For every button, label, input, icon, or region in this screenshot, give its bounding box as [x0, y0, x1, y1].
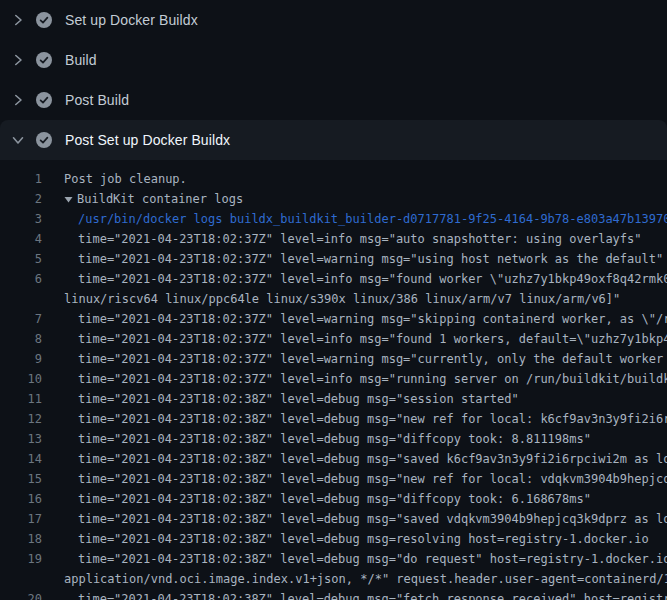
log-line: 15time="2021-04-23T18:02:38Z" level=debu… [0, 469, 667, 489]
step-header-build[interactable]: Build [0, 40, 667, 80]
line-number[interactable]: 14 [0, 449, 42, 469]
log-line: 11time="2021-04-23T18:02:38Z" level=debu… [0, 389, 667, 409]
log-text: time="2021-04-23T18:02:38Z" level=debug … [42, 449, 667, 469]
line-number[interactable]: 12 [0, 409, 42, 429]
line-number[interactable]: 9 [0, 349, 42, 369]
line-number[interactable]: 13 [0, 429, 42, 449]
log-line: linux/riscv64 linux/ppc64le linux/s390x … [0, 289, 667, 309]
step-header-post-set-up-docker-buildx[interactable]: Post Set up Docker Buildx [0, 120, 667, 160]
line-number[interactable]: 20 [0, 589, 42, 600]
line-number[interactable]: 11 [0, 389, 42, 409]
log-text: time="2021-04-23T18:02:37Z" level=info m… [42, 329, 667, 349]
step-name: Post Build [65, 92, 129, 108]
log-text: time="2021-04-23T18:02:37Z" level=warnin… [42, 309, 667, 329]
log-line: 1Post job cleanup. [0, 169, 667, 189]
chevron-right-icon[interactable] [10, 92, 26, 108]
log-group-line[interactable]: 2BuildKit container logs [0, 189, 667, 209]
log-text: time="2021-04-23T18:02:38Z" level=debug … [42, 589, 667, 600]
line-number[interactable]: 3 [0, 209, 42, 229]
line-number[interactable]: 15 [0, 469, 42, 489]
log-line: application/vnd.oci.image.index.v1+json,… [0, 569, 667, 589]
line-number[interactable]: 8 [0, 329, 42, 349]
log-line: 14time="2021-04-23T18:02:38Z" level=debu… [0, 449, 667, 469]
log-text: time="2021-04-23T18:02:38Z" level=debug … [42, 389, 519, 409]
log-text: time="2021-04-23T18:02:37Z" level=info m… [42, 369, 667, 389]
line-number[interactable]: 10 [0, 369, 42, 389]
log-text: time="2021-04-23T18:02:37Z" level=info m… [42, 269, 667, 289]
line-number[interactable]: 2 [0, 189, 42, 209]
step-name: Set up Docker Buildx [65, 12, 198, 28]
actions-log-viewer: { "colors": { "background": "#0d1117", "… [0, 0, 667, 600]
log-line: 7time="2021-04-23T18:02:37Z" level=warni… [0, 309, 667, 329]
step-header-post-build[interactable]: Post Build [0, 80, 667, 120]
check-circle-icon [36, 92, 52, 108]
line-number[interactable]: 17 [0, 509, 42, 529]
log-text: time="2021-04-23T18:02:37Z" level=warnin… [42, 349, 667, 369]
line-number [0, 569, 42, 589]
log-line: 12time="2021-04-23T18:02:38Z" level=debu… [0, 409, 667, 429]
log-text: time="2021-04-23T18:02:38Z" level=debug … [42, 429, 591, 449]
line-number[interactable]: 6 [0, 269, 42, 289]
log-text: linux/riscv64 linux/ppc64le linux/s390x … [42, 289, 620, 309]
log-line: 19time="2021-04-23T18:02:38Z" level=debu… [0, 549, 667, 569]
log-text: time="2021-04-23T18:02:38Z" level=debug … [42, 489, 591, 509]
line-number[interactable]: 19 [0, 549, 42, 569]
log-line: 13time="2021-04-23T18:02:38Z" level=debu… [0, 429, 667, 449]
log-line: 3/usr/bin/docker logs buildx_buildkit_bu… [0, 209, 667, 229]
log-text: time="2021-04-23T18:02:38Z" level=debug … [42, 509, 667, 529]
line-number[interactable]: 16 [0, 489, 42, 509]
log-text: time="2021-04-23T18:02:38Z" level=debug … [42, 469, 667, 489]
steps-list: Set up Docker BuildxBuildPost BuildPost … [0, 0, 667, 160]
log-text: BuildKit container logs [42, 189, 243, 209]
log-text: Post job cleanup. [42, 169, 187, 189]
log-line: 8time="2021-04-23T18:02:37Z" level=info … [0, 329, 667, 349]
step-header-set-up-docker-buildx[interactable]: Set up Docker Buildx [0, 0, 667, 40]
line-number[interactable]: 7 [0, 309, 42, 329]
line-number[interactable]: 18 [0, 529, 42, 549]
log-line: 4time="2021-04-23T18:02:37Z" level=info … [0, 229, 667, 249]
log-line: 10time="2021-04-23T18:02:37Z" level=info… [0, 369, 667, 389]
log-command-text: /usr/bin/docker logs buildx_buildkit_bui… [42, 209, 667, 229]
log-area: 1Post job cleanup.2BuildKit container lo… [0, 160, 667, 600]
log-text: time="2021-04-23T18:02:38Z" level=debug … [42, 409, 667, 429]
log-text: application/vnd.oci.image.index.v1+json,… [42, 569, 667, 589]
check-circle-icon [36, 12, 52, 28]
log-line: 18time="2021-04-23T18:02:38Z" level=debu… [0, 529, 667, 549]
step-name: Build [65, 52, 97, 68]
log-line: 20time="2021-04-23T18:02:38Z" level=debu… [0, 589, 667, 600]
step-name: Post Set up Docker Buildx [65, 132, 230, 148]
log-line: 17time="2021-04-23T18:02:38Z" level=debu… [0, 509, 667, 529]
line-number[interactable]: 5 [0, 249, 42, 269]
chevron-right-icon[interactable] [10, 52, 26, 68]
chevron-down-icon[interactable] [10, 132, 26, 148]
log-line: 5time="2021-04-23T18:02:37Z" level=warni… [0, 249, 667, 269]
chevron-right-icon[interactable] [10, 12, 26, 28]
log-line: 6time="2021-04-23T18:02:37Z" level=info … [0, 269, 667, 289]
check-circle-icon [36, 52, 52, 68]
log-text: time="2021-04-23T18:02:38Z" level=debug … [42, 549, 667, 569]
log-text: time="2021-04-23T18:02:37Z" level=warnin… [42, 249, 663, 269]
log-text: time="2021-04-23T18:02:38Z" level=debug … [42, 529, 649, 549]
log-text: time="2021-04-23T18:02:37Z" level=info m… [42, 229, 642, 249]
line-number [0, 289, 42, 309]
log-line: 16time="2021-04-23T18:02:38Z" level=debu… [0, 489, 667, 509]
group-title: BuildKit container logs [77, 189, 243, 209]
line-number[interactable]: 1 [0, 169, 42, 189]
triangle-down-icon[interactable] [64, 195, 73, 204]
line-number[interactable]: 4 [0, 229, 42, 249]
check-circle-icon [36, 132, 52, 148]
log-line: 9time="2021-04-23T18:02:37Z" level=warni… [0, 349, 667, 369]
